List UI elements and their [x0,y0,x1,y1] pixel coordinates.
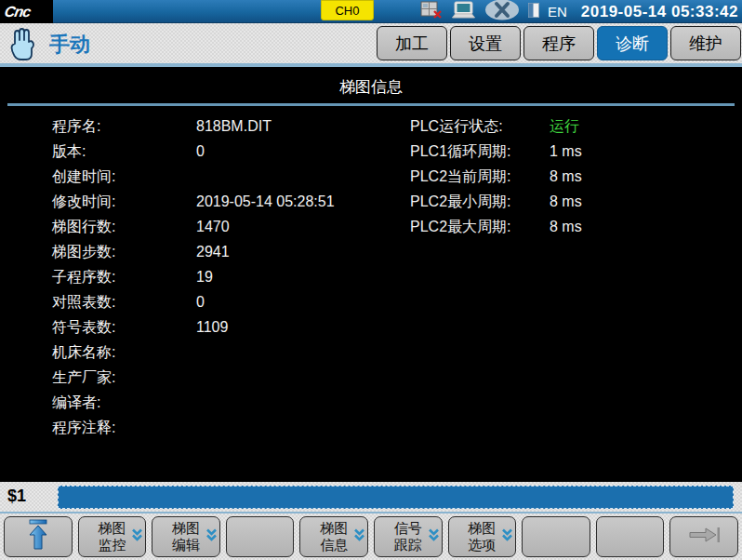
command-prompt: $1 [7,487,26,506]
info-row: 编译者: [52,390,335,415]
chevron-down-icon [353,528,365,546]
chevron-down-icon [205,528,218,546]
mode-bar: 手动 加工 设置 程序 诊断 维护 [0,23,742,63]
softkey-empty[interactable] [596,516,665,557]
language-indicator: EN [548,4,567,20]
main-tabs: 加工 设置 程序 诊断 维护 [377,26,741,60]
info-row: PLC2当前周期:8 ms [410,164,582,189]
chevron-down-icon [131,528,143,546]
computer-icon [451,1,476,23]
tab-machining[interactable]: 加工 [377,26,447,60]
brand-logo: Cnc [0,0,53,23]
plc-status-column: PLC运行状态:运行 PLC1循环周期:1 ms PLC2当前周期:8 ms P… [410,113,582,239]
info-row: 子程序数:19 [52,264,335,289]
softkey-ladder-edit[interactable]: 梯图 编辑 [152,516,220,557]
title-underline [7,103,735,106]
info-row: PLC1循环周期:1 ms [410,139,582,164]
chevron-down-icon [428,528,440,546]
chevron-down-icon [501,528,513,546]
command-input-bar[interactable] [58,486,734,509]
up-arrow-icon [25,518,51,555]
softkey-empty[interactable] [522,516,590,557]
tab-settings[interactable]: 设置 [450,26,521,60]
softkey-empty[interactable] [226,516,295,557]
info-row: 修改时间:2019-05-14 05:28:51 [52,189,335,214]
ladder-info-panel: 梯图信息 程序名:818BM.DIT 版本:0 创建时间: 修改时间:2019-… [4,67,738,482]
info-row: 程序名:818BM.DIT [52,113,335,139]
softkey-ladder-monitor[interactable]: 梯图 监控 [78,516,147,557]
channel-badge: CH0 [321,0,374,20]
tab-diagnosis[interactable]: 诊断 [597,26,668,60]
softkey-bar: 梯图 监控 梯图 编辑 梯图 信息 [0,513,742,560]
disconnect-icon [484,0,520,24]
softkey-ladder-info[interactable]: 梯图 信息 [299,516,368,557]
info-row: PLC2最小周期:8 ms [410,189,582,214]
top-status-bar: Cnc CH0 [0,0,742,23]
softkey-return[interactable] [4,516,73,557]
info-row: PLC2最大周期:8 ms [410,214,582,239]
datetime-display: 2019-05-14 05:33:42 [581,0,738,23]
tab-program[interactable]: 程序 [523,26,594,60]
cnc-logo: Cnc [3,4,31,20]
document-icon [528,3,539,21]
info-row: 版本:0 [52,139,335,164]
mode-label: 手动 [49,31,90,59]
machine-panel-offline-icon [420,1,443,23]
cnc-screen: Cnc CH0 [0,0,742,560]
info-row: 梯图行数:1470 [52,214,335,239]
page-title: 梯图信息 [4,76,738,98]
info-row: 梯图步数:2941 [52,239,335,264]
info-row: 符号表数:1109 [52,314,335,340]
softkey-ladder-options[interactable]: 梯图 选项 [448,516,517,557]
hand-icon [7,25,38,66]
info-row: 创建时间: [52,164,335,189]
plc-run-status: 运行 [550,113,579,139]
softkey-next-page[interactable] [669,516,738,557]
info-row: 对照表数:0 [52,289,335,314]
next-page-arrow-icon [687,525,721,549]
channel-label: CH0 [335,4,359,18]
info-row: PLC运行状态:运行 [410,113,582,139]
tab-maintenance[interactable]: 维护 [670,26,741,60]
info-row: 生产厂家: [52,365,335,390]
info-row: 机床名称: [52,340,335,365]
info-row: 程序注释: [52,415,335,440]
ladder-info-left-column: 程序名:818BM.DIT 版本:0 创建时间: 修改时间:2019-05-14… [52,113,335,440]
command-row: $1 [0,482,742,513]
softkey-signal-trace[interactable]: 信号 跟踪 [374,516,443,557]
